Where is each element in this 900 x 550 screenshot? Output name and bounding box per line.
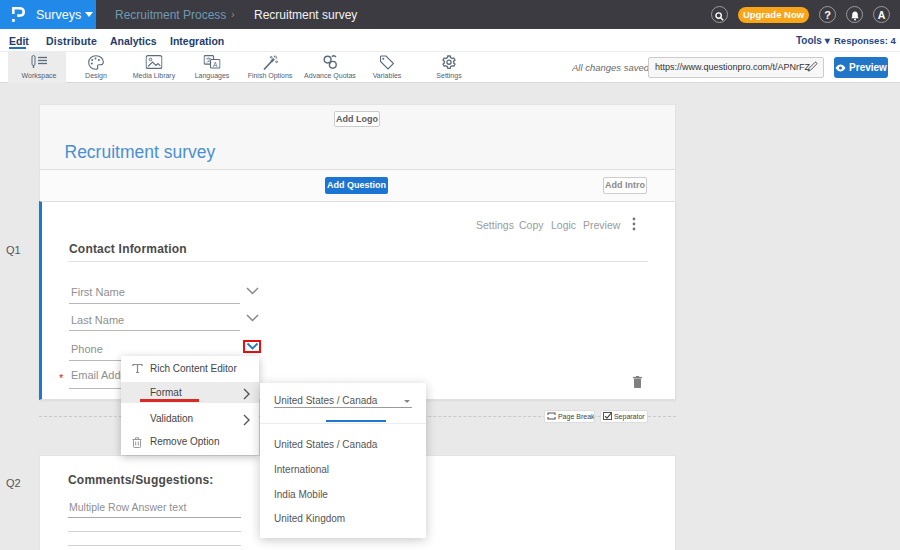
svg-text:文: 文 — [206, 56, 212, 63]
svg-text:A: A — [213, 61, 218, 68]
